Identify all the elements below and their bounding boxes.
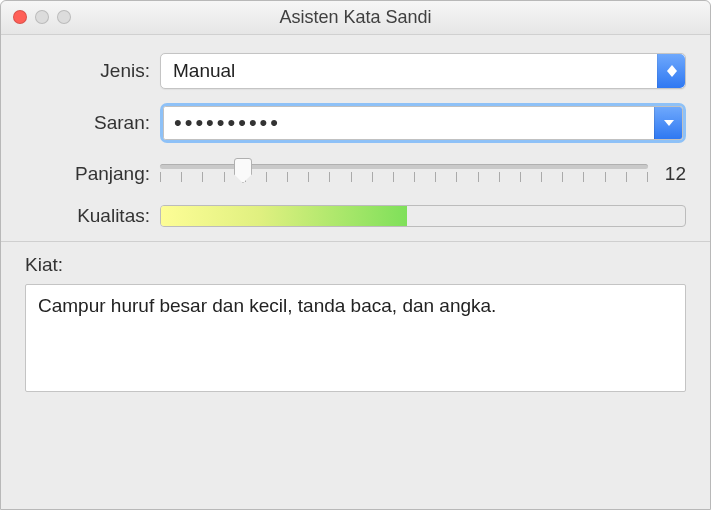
dropdown-stepper-icon (657, 54, 685, 88)
content: Jenis: Manual Saran: (1, 35, 710, 406)
quality-label: Kualitas: (25, 205, 160, 227)
length-row: Panjang: 12 (25, 157, 686, 191)
type-select[interactable]: Manual (160, 53, 686, 89)
window-controls (13, 10, 71, 24)
separator (1, 241, 710, 242)
length-slider-wrap: 12 (160, 157, 686, 191)
length-label: Panjang: (25, 163, 160, 185)
chevron-down-icon (664, 120, 674, 126)
type-select-value: Manual (173, 60, 235, 82)
quality-meter (160, 205, 686, 227)
length-value: 12 (648, 163, 686, 185)
tips-text: Campur huruf besar dan kecil, tanda baca… (38, 295, 496, 316)
zoom-icon (57, 10, 71, 24)
type-label: Jenis: (25, 60, 160, 82)
tips-box: Campur huruf besar dan kecil, tanda baca… (25, 284, 686, 392)
tips-label: Kiat: (25, 254, 686, 276)
svg-marker-1 (667, 71, 677, 77)
suggestion-input[interactable] (164, 107, 653, 139)
type-field: Manual (160, 53, 686, 89)
length-slider[interactable] (160, 157, 648, 191)
quality-row: Kualitas: (25, 205, 686, 227)
titlebar: Asisten Kata Sandi (1, 1, 710, 35)
password-assistant-window: Asisten Kata Sandi Jenis: Manual Saran: (0, 0, 711, 510)
svg-marker-2 (664, 120, 674, 126)
suggestion-field (160, 103, 686, 143)
suggestion-row: Saran: (25, 103, 686, 143)
suggestion-dropdown-button[interactable] (654, 107, 682, 139)
slider-ticks (160, 172, 648, 182)
quality-fill (161, 206, 407, 226)
window-title: Asisten Kata Sandi (279, 7, 431, 28)
slider-track (160, 164, 648, 169)
suggestion-focus-ring (160, 103, 686, 143)
type-row: Jenis: Manual (25, 53, 686, 89)
suggestion-label: Saran: (25, 112, 160, 134)
close-icon[interactable] (13, 10, 27, 24)
suggestion-combo (163, 106, 683, 140)
minimize-icon (35, 10, 49, 24)
